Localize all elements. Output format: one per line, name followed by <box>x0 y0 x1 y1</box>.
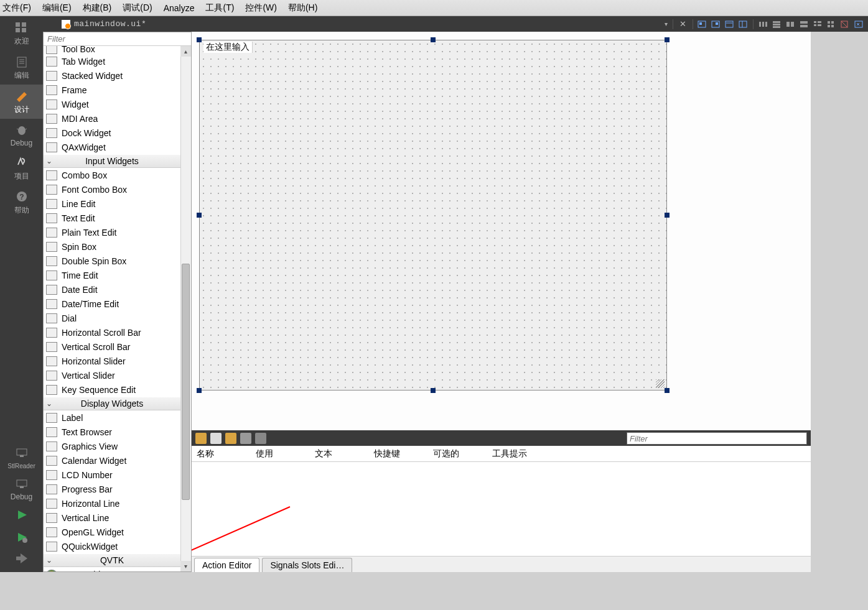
widget-item[interactable]: Vertical Slider <box>44 368 180 382</box>
adjust-size-icon[interactable] <box>853 19 864 29</box>
widget-item[interactable]: Text Browser <box>44 425 180 439</box>
form-mainwindow[interactable]: 在这里输入 <box>199 40 667 390</box>
build-config[interactable]: Debug <box>0 474 43 505</box>
widget-item[interactable]: MDI Area <box>44 111 180 126</box>
mode-edit[interactable]: 编辑 <box>0 50 43 85</box>
mode-help[interactable]: ? 帮助 <box>0 185 43 220</box>
widget-item[interactable]: Graphics View <box>44 439 180 453</box>
widget-item[interactable]: Tab Widget <box>44 54 180 68</box>
col-tooltip[interactable]: 工具提示 <box>487 448 546 460</box>
col-checkable[interactable]: 可选的 <box>428 448 487 460</box>
selection-handle[interactable] <box>431 37 436 42</box>
configure-action-icon[interactable] <box>255 433 266 444</box>
widget-item[interactable]: Label <box>44 410 180 425</box>
delete-action-icon[interactable] <box>240 433 251 444</box>
widget-item[interactable]: Horizontal Slider <box>44 354 180 368</box>
menu-analyze[interactable]: Analyze <box>164 3 195 13</box>
design-canvas[interactable]: 在这里输入 <box>192 32 811 430</box>
widget-item[interactable]: Double Spin Box <box>44 254 180 268</box>
action-filter[interactable] <box>627 432 807 445</box>
selection-handle[interactable] <box>197 388 202 393</box>
selection-handle[interactable] <box>665 388 670 393</box>
scroll-up-icon[interactable]: ▴ <box>180 46 191 57</box>
close-document-icon[interactable]: ✕ <box>679 19 686 29</box>
widget-item[interactable]: Spin Box <box>44 239 180 254</box>
document-name[interactable]: mainwindow.ui* <box>74 19 146 29</box>
widget-item[interactable]: Horizontal Line <box>44 496 180 511</box>
layout-break-icon[interactable] <box>839 19 851 29</box>
widget-item[interactable]: OpenGL Widget <box>44 525 180 539</box>
tab-signals-slots[interactable]: Signals Slots Edi… <box>262 558 352 572</box>
new-action-icon[interactable] <box>195 433 207 444</box>
mode-project[interactable]: 项目 <box>0 151 43 185</box>
tab-action-editor[interactable]: Action Editor <box>194 558 259 572</box>
action-filter-input[interactable] <box>627 433 806 444</box>
selection-handle[interactable] <box>665 37 670 42</box>
selection-handle[interactable] <box>665 213 670 218</box>
layout-grid-icon[interactable] <box>826 19 837 29</box>
scroll-down-icon[interactable]: ▾ <box>180 561 191 571</box>
layout-v-icon[interactable] <box>771 19 782 29</box>
widget-item[interactable]: Frame <box>44 83 180 97</box>
copy-action-icon[interactable] <box>210 433 222 444</box>
menu-debug[interactable]: 调试(D) <box>123 2 152 14</box>
widget-item[interactable]: Dock Widget <box>44 126 180 140</box>
paste-action-icon[interactable] <box>225 433 236 444</box>
menu-file[interactable]: 文件(F) <box>2 2 31 14</box>
widget-item[interactable]: Font Combo Box <box>44 182 180 196</box>
menu-widgets[interactable]: 控件(W) <box>245 2 277 14</box>
menu-edit[interactable]: 编辑(E) <box>42 2 72 14</box>
widget-item[interactable]: Key Sequence Edit <box>44 382 180 397</box>
debug-run-button[interactable] <box>0 527 43 550</box>
widget-category[interactable]: ⌄QVTK <box>44 553 180 567</box>
widget-item[interactable]: QQuickWidget <box>44 539 180 553</box>
widget-item[interactable]: Stacked Widget <box>44 68 180 83</box>
widget-item[interactable]: Calendar Widget <box>44 453 180 468</box>
mode-welcome[interactable]: 欢迎 <box>0 16 43 50</box>
widget-item[interactable]: Horizontal Scroll Bar <box>44 325 180 340</box>
col-name[interactable]: 名称 <box>192 448 251 460</box>
widget-item[interactable]: Date/Time Edit <box>44 297 180 311</box>
widget-category[interactable]: ⌄Display Widgets <box>44 397 180 410</box>
col-shortcut[interactable]: 快捷键 <box>369 448 428 460</box>
menu-bar[interactable]: 文件(F) 编辑(E) 构建(B) 调试(D) Analyze 工具(T) 控件… <box>0 0 868 16</box>
dropdown-icon[interactable]: ▾ <box>665 21 668 27</box>
mode-design[interactable]: 设计 <box>0 85 43 119</box>
widget-item[interactable]: Vertical Line <box>44 511 180 525</box>
widget-item[interactable]: LCD Number <box>44 468 180 482</box>
toolbar-icon-2[interactable] <box>711 19 722 29</box>
layout-form-icon[interactable] <box>812 19 823 29</box>
widget-filter[interactable] <box>44 32 191 46</box>
build-button[interactable] <box>0 550 43 572</box>
layout-vsplit-icon[interactable] <box>798 19 810 29</box>
resize-grip-icon[interactable] <box>656 379 665 388</box>
widget-item[interactable]: QVTKWidget <box>44 567 180 571</box>
mode-debug[interactable]: Debug <box>0 119 43 151</box>
widget-item[interactable]: Widget <box>44 97 180 111</box>
toolbar-icon-1[interactable] <box>697 19 708 29</box>
widget-category[interactable]: ⌄Input Widgets <box>44 154 180 168</box>
widget-item[interactable]: Combo Box <box>44 168 180 182</box>
selection-handle[interactable] <box>431 388 436 393</box>
widget-item[interactable]: Date Edit <box>44 282 180 297</box>
widget-item[interactable]: Text Edit <box>44 211 180 225</box>
widget-item[interactable]: Tool Box <box>44 46 180 54</box>
toolbar-icon-4[interactable] <box>738 19 749 29</box>
menu-build[interactable]: 构建(B) <box>83 2 112 14</box>
widget-item[interactable]: Line Edit <box>44 196 180 211</box>
scroll-thumb[interactable] <box>182 264 190 500</box>
selection-handle[interactable] <box>197 213 202 218</box>
menu-help[interactable]: 帮助(H) <box>288 2 317 14</box>
toolbar-icon-3[interactable] <box>724 19 735 29</box>
widget-item[interactable]: Dial <box>44 311 180 325</box>
menu-tools[interactable]: 工具(T) <box>205 2 234 14</box>
widget-item[interactable]: Time Edit <box>44 268 180 282</box>
widget-scrollbar[interactable]: ▴ ▾ <box>180 46 191 571</box>
kit-selector[interactable]: StlReader <box>0 443 43 474</box>
selection-handle[interactable] <box>197 37 202 42</box>
action-table-body[interactable] <box>192 462 811 556</box>
layout-h-icon[interactable] <box>757 19 768 29</box>
widget-item[interactable]: Progress Bar <box>44 482 180 496</box>
menu-placeholder[interactable]: 在这里输入 <box>203 42 253 53</box>
widget-item[interactable]: QAxWidget <box>44 140 180 154</box>
